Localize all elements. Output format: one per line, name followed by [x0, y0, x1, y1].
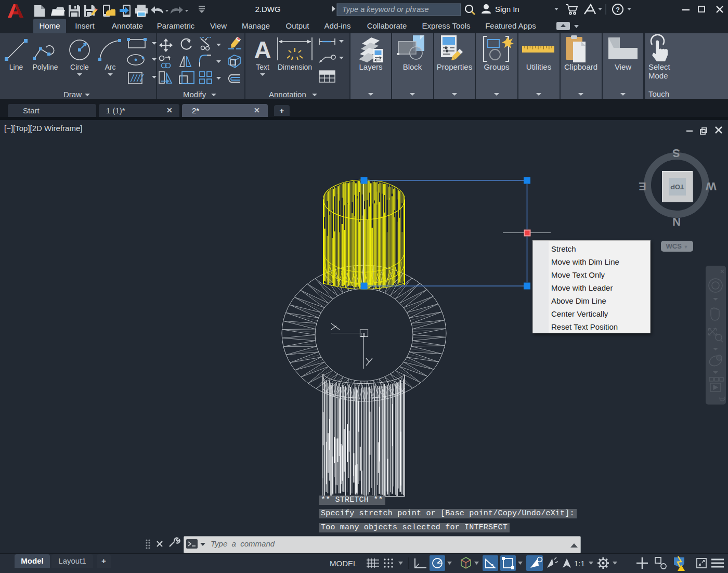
svg-text:1:1: 1:1	[574, 559, 585, 568]
svg-text:!: !	[684, 566, 686, 571]
